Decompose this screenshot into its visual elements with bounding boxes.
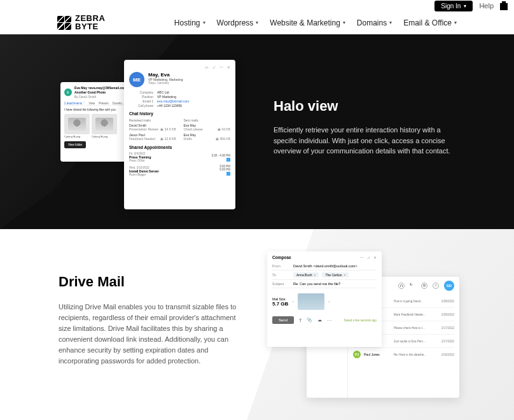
drive-desc: Utilizing Drive Mail enables you to tran… — [59, 302, 243, 367]
card-icon[interactable]: ▭ — [205, 65, 209, 69]
refresh-icon[interactable]: ↻ — [410, 283, 416, 289]
halo-title: Halo view — [274, 98, 464, 115]
close-icon[interactable]: ✕ — [373, 255, 377, 260]
recipient-chip[interactable]: The Carlton — [322, 272, 349, 277]
help-icon[interactable] — [433, 283, 439, 289]
prev-icon[interactable]: ‹ — [292, 299, 294, 305]
bell-icon[interactable] — [398, 283, 405, 289]
compose-card: Compose —⤢✕ FromDavid Smith <david.smith… — [267, 251, 382, 347]
view-folder-button[interactable]: View folder — [64, 141, 86, 148]
profile-card: ▭⤢—✕ ME May, Eva VP Marketing, Marketing… — [124, 60, 235, 209]
halo-desc: Efficiently retrieve your entire interac… — [274, 125, 464, 157]
brand-logo[interactable]: ZEBRABYTE — [57, 15, 105, 31]
next-icon[interactable]: › — [328, 299, 330, 305]
save-status: Saved a few seconds ago — [344, 319, 377, 322]
signin-button[interactable]: Sign In — [434, 1, 473, 11]
sender-avatar: E — [64, 88, 72, 96]
help-link[interactable]: Help — [479, 2, 494, 10]
expand-icon[interactable]: ⤢ — [367, 255, 370, 260]
text-format-icon[interactable]: T — [299, 318, 302, 323]
profile-avatar: ME — [129, 72, 144, 87]
attachment-thumb — [298, 293, 324, 310]
nav-domains[interactable]: Domains — [357, 18, 392, 27]
logo-icon — [57, 16, 71, 30]
close-icon[interactable]: ✕ — [227, 65, 230, 69]
drive-illustration: ➤Sent 🗑Spam 🗑Trash › My folders+ ↻ SD CD… — [267, 251, 464, 410]
expand-icon[interactable]: ⤢ — [212, 65, 216, 69]
nav-hosting[interactable]: Hosting — [174, 18, 205, 27]
nav-website[interactable]: Website & Marketing — [270, 18, 345, 27]
send-button[interactable]: Send — [272, 316, 294, 324]
attach-icon[interactable]: 📎 — [307, 318, 312, 323]
minimize-icon[interactable]: — — [360, 255, 364, 260]
nav-wordpress[interactable]: Wordpress — [217, 18, 259, 27]
more-icon[interactable]: ⋯ — [327, 318, 332, 323]
minimize-icon[interactable]: — — [219, 65, 223, 69]
cloud-icon[interactable]: ☁ — [317, 318, 322, 323]
cart-icon[interactable] — [500, 1, 508, 10]
brand-name: ZEBRABYTE — [75, 15, 105, 31]
drive-title: Drive Mail — [59, 274, 243, 290]
nav-email[interactable]: Email & Office — [403, 18, 457, 27]
msg-row[interactable]: PJPaul JonesRe: Here is the datashe…2/16… — [353, 348, 454, 361]
halo-illustration: E Eva May <eva.may@365email.com> Another… — [60, 60, 232, 216]
gear-icon[interactable] — [421, 283, 427, 289]
recipient-chip[interactable]: Anna Bush — [293, 272, 319, 277]
user-avatar[interactable]: SD — [444, 281, 454, 291]
